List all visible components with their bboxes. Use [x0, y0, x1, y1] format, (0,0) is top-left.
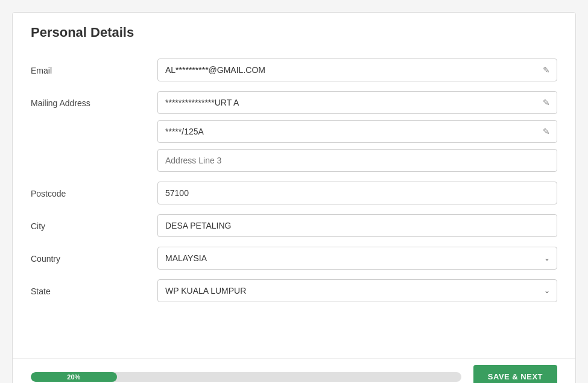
city-row: City — [31, 214, 557, 237]
address-line2-wrapper: ✎ — [157, 120, 557, 143]
city-input[interactable] — [157, 214, 557, 237]
country-select[interactable]: MALAYSIA — [157, 247, 557, 270]
country-fields: MALAYSIA ⌄ — [157, 247, 557, 270]
city-input-wrapper — [157, 214, 557, 237]
state-label: State — [31, 279, 157, 296]
country-select-wrapper: MALAYSIA ⌄ — [157, 247, 557, 270]
city-fields — [157, 214, 557, 237]
postcode-row: Postcode — [31, 182, 557, 204]
save-next-button[interactable]: SAVE & NEXT — [473, 365, 557, 383]
email-fields: ✎ — [157, 59, 557, 81]
address-line1-wrapper: ✎ — [157, 91, 557, 114]
email-edit-icon[interactable]: ✎ — [543, 65, 550, 75]
page-title: Personal Details — [31, 25, 557, 40]
address-line1-input[interactable] — [157, 91, 557, 114]
country-row: Country MALAYSIA ⌄ — [31, 247, 557, 270]
address-line3-input[interactable] — [157, 149, 557, 172]
email-input[interactable] — [157, 59, 557, 81]
state-row: State WP KUALA LUMPUR ⌄ — [31, 279, 557, 302]
footer: 20% SAVE & NEXT — [13, 358, 575, 383]
address-line2-edit-icon[interactable]: ✎ — [543, 127, 550, 136]
mailing-address-fields: ✎ ✎ — [157, 91, 557, 172]
content-area: Personal Details Email ✎ Mailing Address… — [13, 13, 575, 358]
progress-bar-fill: 20% — [31, 372, 117, 382]
postcode-input-wrapper — [157, 182, 557, 204]
state-select[interactable]: WP KUALA LUMPUR — [157, 279, 557, 302]
address-line3-wrapper — [157, 149, 557, 172]
city-label: City — [31, 214, 157, 231]
email-input-wrapper: ✎ — [157, 59, 557, 81]
email-label: Email — [31, 59, 157, 75]
email-row: Email ✎ — [31, 59, 557, 81]
postcode-input[interactable] — [157, 182, 557, 204]
page-container: Personal Details Email ✎ Mailing Address… — [12, 12, 576, 383]
postcode-label: Postcode — [31, 182, 157, 198]
state-select-wrapper: WP KUALA LUMPUR ⌄ — [157, 279, 557, 302]
progress-label: 20% — [67, 373, 80, 381]
address-line2-input[interactable] — [157, 120, 557, 143]
progress-bar-container: 20% — [31, 372, 461, 382]
mailing-address-row: Mailing Address ✎ ✎ — [31, 91, 557, 172]
postcode-fields — [157, 182, 557, 204]
country-label: Country — [31, 247, 157, 264]
address-line1-edit-icon[interactable]: ✎ — [543, 98, 550, 107]
state-fields: WP KUALA LUMPUR ⌄ — [157, 279, 557, 302]
mailing-address-label: Mailing Address — [31, 91, 157, 108]
